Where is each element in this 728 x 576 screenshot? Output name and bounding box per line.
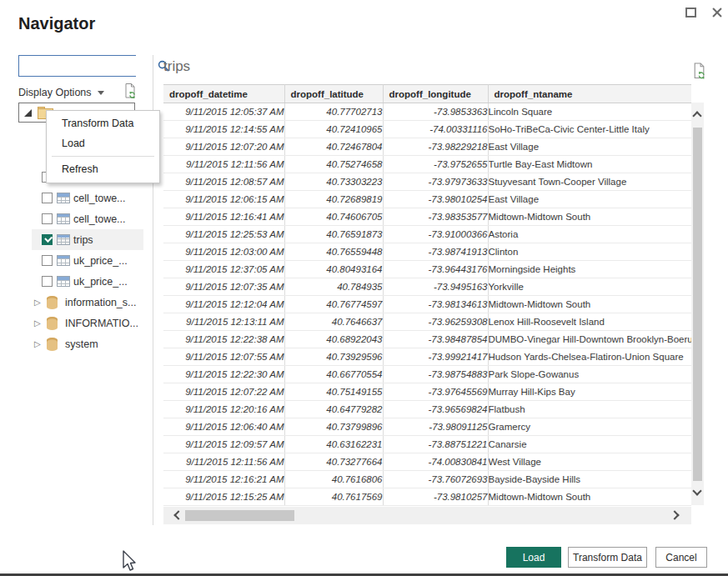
table-row[interactable]: 9/11/2015 12:11:56 AM40.73277664-74.0083… <box>163 453 691 471</box>
cell-latitude: 40.72467804 <box>284 138 383 156</box>
expand-collapsed-icon[interactable]: ▷ <box>34 339 41 348</box>
database-icon <box>47 338 58 351</box>
table-row[interactable]: 9/11/2015 12:16:21 AM40.7616806-73.76072… <box>163 471 691 488</box>
cell-latitude: 40.76591873 <box>284 226 383 243</box>
scroll-up-icon[interactable] <box>692 111 701 120</box>
table-row[interactable]: 9/11/2015 12:14:55 AM40.72410965-74.0033… <box>163 121 691 138</box>
table-row[interactable]: 9/11/2015 12:13:11 AM40.7646637-73.96259… <box>163 313 691 331</box>
cell-longitude: -73.91000366 <box>383 226 488 243</box>
cell-latitude: 40.77702713 <box>284 103 383 121</box>
table-row[interactable]: 9/11/2015 12:37:05 AM40.80493164-73.9644… <box>163 261 691 278</box>
search-input[interactable] <box>19 56 158 76</box>
tree-item-table[interactable]: uk_price_... <box>18 250 143 271</box>
cell-longitude: -73.9495163 <box>383 278 488 296</box>
cell-ntaname: Astoria <box>488 226 691 243</box>
preview-table: dropoff_datetimedropoff_latitudedropoff_… <box>163 84 691 506</box>
table-row[interactable]: 9/11/2015 12:07:55 AM40.73929596-73.9992… <box>163 348 691 366</box>
checkbox-unchecked[interactable] <box>42 213 53 224</box>
refresh-preview-icon[interactable] <box>692 62 706 83</box>
tree-item-folder[interactable]: ▷system <box>18 333 143 354</box>
cell-longitude: -73.98741913 <box>383 243 488 261</box>
table-row[interactable]: 9/11/2015 12:15:25 AM40.7617569-73.98102… <box>163 488 691 506</box>
table-row[interactable]: 9/11/2015 12:07:20 AM40.72467804-73.9822… <box>163 138 691 156</box>
table-row[interactable]: 9/11/2015 12:09:57 AM40.63162231-73.8875… <box>163 436 691 453</box>
expand-collapsed-icon[interactable]: ▷ <box>34 318 41 328</box>
cell-longitude: -73.98010254 <box>383 191 488 208</box>
cell-datetime: 9/11/2015 12:06:15 AM <box>163 191 284 208</box>
cell-longitude: -73.76072693 <box>383 471 488 488</box>
cell-latitude: 40.72410965 <box>284 121 383 138</box>
table-row[interactable]: 9/11/2015 12:06:40 AM40.73799896-73.9809… <box>163 418 691 436</box>
search-box[interactable] <box>18 55 136 77</box>
tree-item-table[interactable]: uk_price_... <box>18 271 143 292</box>
table-row[interactable]: 9/11/2015 12:08:57 AM40.73303223-73.9797… <box>163 173 691 191</box>
column-header: dropoff_datetime <box>163 85 284 103</box>
maximize-icon[interactable] <box>685 8 696 18</box>
load-button[interactable]: Load <box>506 547 561 568</box>
table-row[interactable]: 9/11/2015 12:22:38 AM40.68922043-73.9848… <box>163 331 691 348</box>
horizontal-scrollbar[interactable] <box>163 507 691 524</box>
tree-item-table[interactable]: trips <box>32 229 143 250</box>
table-row[interactable]: 9/11/2015 12:07:22 AM40.75149155-73.9764… <box>163 383 691 401</box>
tree-item-folder[interactable]: ▷INFORMATIO... <box>18 313 143 333</box>
cancel-button[interactable]: Cancel <box>655 547 707 568</box>
scroll-right-icon[interactable] <box>670 510 679 519</box>
cell-ntaname: Midtown-Midtown South <box>488 296 691 313</box>
tree-item-label: information_s... <box>65 297 136 308</box>
cell-ntaname: DUMBO-Vinegar Hill-Downtown Brooklyn-Boe… <box>488 331 691 348</box>
close-icon[interactable] <box>711 7 723 18</box>
table-row[interactable]: 9/11/2015 12:12:04 AM40.76774597-73.9813… <box>163 296 691 313</box>
cell-datetime: 9/11/2015 12:16:21 AM <box>163 471 284 488</box>
cell-datetime: 9/11/2015 12:11:56 AM <box>163 156 284 173</box>
tree-item-folder[interactable]: ▷information_s... <box>18 292 143 313</box>
table-row[interactable]: 9/11/2015 12:16:41 AM40.74606705-73.9835… <box>163 208 691 226</box>
cell-latitude: 40.73277664 <box>284 453 383 471</box>
display-options[interactable]: Display Options <box>18 84 136 101</box>
cell-ntaname: Bayside-Bayside Hills <box>488 471 691 488</box>
table-row[interactable]: 9/11/2015 12:25:53 AM40.76591873-73.9100… <box>163 226 691 243</box>
table-row[interactable]: 9/11/2015 12:22:30 AM40.66770554-73.9875… <box>163 366 691 383</box>
cell-ntaname: Hudson Yards-Chelsea-Flatiron-Union Squa… <box>488 348 691 366</box>
checkbox-unchecked[interactable] <box>42 255 53 266</box>
vertical-scroll-thumb[interactable] <box>693 128 702 481</box>
expand-open-icon[interactable] <box>24 109 32 117</box>
menu-item-refresh[interactable]: Refresh <box>47 159 159 179</box>
cell-longitude: -73.98487854 <box>383 331 488 348</box>
cell-datetime: 9/11/2015 12:25:53 AM <box>163 226 284 243</box>
table-row[interactable]: 9/11/2015 12:07:35 AM40.784935-73.949516… <box>163 278 691 296</box>
horizontal-scroll-thumb[interactable] <box>185 510 294 521</box>
tree-item-label: trips <box>73 234 93 246</box>
checkbox-unchecked[interactable] <box>42 193 53 203</box>
cell-latitude: 40.73929596 <box>284 348 383 366</box>
tree-item-table[interactable]: cell_towe... <box>18 188 143 208</box>
cell-ntaname: Gramercy <box>488 418 691 436</box>
checkbox-checked[interactable] <box>42 234 53 245</box>
table-row[interactable]: 9/11/2015 12:11:56 AM40.75274658-73.9752… <box>163 156 691 173</box>
preview-table-body: 9/11/2015 12:05:37 AM40.77702713-73.9853… <box>163 103 691 506</box>
cell-latitude: 40.75149155 <box>284 383 383 401</box>
cell-longitude: -73.97645569 <box>383 383 488 401</box>
refresh-preview-icon[interactable] <box>123 83 137 103</box>
table-row[interactable]: 9/11/2015 12:20:16 AM40.64779282-73.9656… <box>163 401 691 418</box>
menu-item-load[interactable]: Load <box>47 133 159 153</box>
vertical-scrollbar[interactable] <box>691 103 704 505</box>
cell-datetime: 9/11/2015 12:20:16 AM <box>163 401 284 418</box>
scroll-down-icon[interactable] <box>692 486 701 495</box>
table-row[interactable]: 9/11/2015 12:03:00 AM40.76559448-73.9874… <box>163 243 691 261</box>
cell-latitude: 40.73303223 <box>284 173 383 191</box>
table-row[interactable]: 9/11/2015 12:06:15 AM40.72689819-73.9801… <box>163 191 691 208</box>
checkbox-unchecked[interactable] <box>42 276 53 287</box>
cell-longitude: -73.99921417 <box>383 348 488 366</box>
cell-ntaname: West Village <box>488 453 691 471</box>
table-row[interactable]: 9/11/2015 12:05:37 AM40.77702713-73.9853… <box>163 103 691 121</box>
tree-item-table[interactable]: cell_towe... <box>18 208 143 229</box>
scroll-left-icon[interactable] <box>173 510 183 519</box>
cell-longitude: -73.9853363 <box>383 103 488 121</box>
expand-collapsed-icon[interactable]: ▷ <box>34 298 41 307</box>
cell-latitude: 40.784935 <box>284 278 383 296</box>
database-icon <box>47 317 58 330</box>
menu-item-transform-data[interactable]: Transform Data <box>47 113 159 133</box>
transform-data-button[interactable]: Transform Data <box>568 547 647 568</box>
cell-ntaname: Murray Hill-Kips Bay <box>488 383 691 401</box>
cell-latitude: 40.66770554 <box>284 366 383 383</box>
